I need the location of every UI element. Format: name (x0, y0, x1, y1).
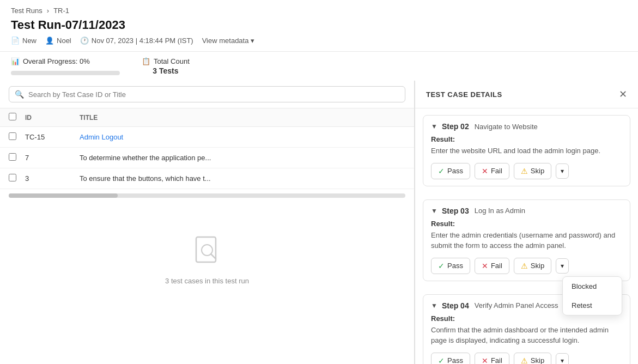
breadcrumb: Test Runs › TR-1 (11, 7, 627, 15)
main-layout: 🔍 ID TITLE TC-15 Admin Logout 7 To deter… (0, 81, 638, 364)
step-body-03: Result: Enter the admin credentials (use… (423, 220, 630, 281)
check-icon: ✓ (438, 356, 445, 365)
list-icon: 📋 (142, 57, 150, 65)
skip-button-04[interactable]: ⚠ Skip (514, 353, 551, 365)
search-bar: 🔍 (0, 81, 414, 108)
close-button[interactable]: ✕ (619, 89, 627, 99)
user-icon: 👤 (45, 37, 54, 45)
document-icon: 📄 (11, 37, 20, 45)
skip-button-03[interactable]: ⚠ Skip (514, 258, 551, 274)
retest-option[interactable]: Retest (563, 296, 622, 315)
row-title[interactable]: Admin Logout (80, 133, 405, 141)
row-checkbox[interactable] (9, 153, 25, 162)
step-number-02: Step 02 (442, 122, 469, 131)
pass-button-03[interactable]: ✓ Pass (431, 258, 470, 274)
meta-timestamp: 🕐 Nov 07, 2023 | 4:18:44 PM (IST) (80, 37, 193, 45)
step-result-label-03: Result: (431, 220, 622, 228)
blocked-option[interactable]: Blocked (563, 277, 622, 296)
clock-icon: 🕐 (80, 37, 89, 45)
dropdown-menu-03: Blocked Retest (562, 276, 622, 316)
step-name-02: Navigate to Website (475, 123, 538, 131)
total-count-label: Total Count (154, 57, 190, 65)
step-result-label-02: Result: (431, 135, 622, 143)
dropdown-button-04[interactable]: ▾ (556, 353, 569, 365)
right-panel-title: TEST CASE DETAILS (426, 90, 502, 99)
view-metadata-button[interactable]: View metadata ▾ (202, 37, 255, 45)
fail-label: Fail (491, 262, 502, 270)
meta-row: 📄 New 👤 Noel 🕐 Nov 07, 2023 | 4:18:44 PM… (11, 37, 627, 45)
progress-text: Overall Progress: 0% (23, 57, 90, 65)
breadcrumb-parent[interactable]: Test Runs (11, 7, 42, 15)
step-item-02: ▼ Step 02 Navigate to Website Result: En… (423, 115, 630, 186)
step-actions-03: ✓ Pass ✕ Fail ⚠ Skip ▾ Blocked (431, 258, 622, 274)
fail-label: Fail (491, 167, 502, 175)
step-result-text-02: Enter the website URL and load the admin… (431, 145, 622, 156)
x-icon: ✕ (482, 167, 488, 175)
total-count-value: 3 Tests (153, 66, 178, 75)
row-checkbox[interactable] (9, 174, 25, 183)
step-result-label-04: Result: (431, 314, 622, 323)
header: Test Runs › TR-1 Test Run-07/11/2023 📄 N… (0, 0, 638, 51)
fail-button-02[interactable]: ✕ Fail (475, 163, 509, 179)
step-header-02[interactable]: ▼ Step 02 Navigate to Website (423, 116, 630, 135)
table-row[interactable]: 3 To ensure that the buttons, which have… (0, 168, 414, 189)
th-title: TITLE (80, 114, 405, 122)
warning-icon: ⚠ (521, 356, 528, 365)
skip-label: Skip (531, 356, 544, 364)
search-input[interactable] (28, 90, 399, 99)
step-name-03: Log In as Admin (475, 207, 525, 215)
search-input-wrap: 🔍 (9, 86, 405, 102)
pass-button-04[interactable]: ✓ Pass (431, 353, 470, 365)
pass-label: Pass (447, 167, 463, 175)
progress-area: 📊 Overall Progress: 0% 📋 Total Count 3 T… (0, 51, 638, 81)
step-actions-02: ✓ Pass ✕ Fail ⚠ Skip ▾ (431, 163, 622, 179)
skip-label: Skip (531, 262, 544, 270)
progress-bar (11, 71, 120, 75)
dropdown-button-03[interactable]: ▾ (556, 258, 569, 274)
pass-button-02[interactable]: ✓ Pass (431, 163, 470, 179)
warning-icon: ⚠ (521, 167, 528, 175)
breadcrumb-separator: › (47, 7, 49, 15)
th-checkbox (9, 113, 25, 122)
scrollbar-horizontal[interactable] (9, 193, 405, 198)
select-all-checkbox[interactable] (9, 113, 16, 120)
step-number-04: Step 04 (442, 301, 469, 310)
fail-button-04[interactable]: ✕ Fail (475, 353, 509, 365)
search-icon: 🔍 (15, 90, 24, 99)
empty-state-text: 3 test cases in this test run (165, 277, 249, 285)
table-header: ID TITLE (0, 108, 414, 127)
check-icon: ✓ (438, 167, 445, 175)
step-actions-04: ✓ Pass ✕ Fail ⚠ Skip ▾ (431, 353, 622, 365)
table-row[interactable]: 7 To determine whether the application p… (0, 148, 414, 168)
collapse-icon-03: ▼ (431, 207, 438, 215)
page-title: Test Run-07/11/2023 (11, 18, 627, 32)
step-item-03: ▼ Step 03 Log In as Admin Result: Enter … (423, 199, 630, 281)
fail-label: Fail (491, 356, 502, 364)
row-title[interactable]: To ensure that the buttons, which have t… (80, 174, 405, 183)
fail-button-03[interactable]: ✕ Fail (475, 258, 509, 274)
meta-assignee: 👤 Noel (45, 37, 71, 45)
meta-status: 📄 New (11, 37, 37, 45)
row-title[interactable]: To determine whether the application pe.… (80, 154, 405, 162)
view-metadata-label: View metadata (202, 37, 249, 45)
row-id: TC-15 (25, 133, 80, 141)
step-number-03: Step 03 (442, 207, 469, 215)
assignee-label: Noel (57, 37, 71, 45)
table-row[interactable]: TC-15 Admin Logout (0, 127, 414, 148)
chart-icon: 📊 (11, 57, 20, 65)
step-body-02: Result: Enter the website URL and load t… (423, 135, 630, 186)
row-id: 3 (25, 174, 80, 183)
scrollbar-thumb[interactable] (9, 193, 118, 198)
total-count-section: 📋 Total Count 3 Tests (142, 57, 190, 75)
dropdown-button-02[interactable]: ▾ (556, 163, 569, 179)
skip-button-02[interactable]: ⚠ Skip (514, 163, 551, 179)
pass-label: Pass (447, 262, 463, 270)
row-checkbox[interactable] (9, 132, 25, 142)
row-id: 7 (25, 154, 80, 162)
right-panel-header: TEST CASE DETAILS ✕ (415, 81, 638, 108)
step-result-text-04: Confirm that the admin dashboard or the … (431, 325, 622, 346)
step-name-04: Verify Admin Panel Access (475, 301, 558, 310)
step-header-03[interactable]: ▼ Step 03 Log In as Admin (423, 200, 630, 220)
th-id: ID (25, 114, 80, 122)
status-label: New (22, 37, 37, 45)
